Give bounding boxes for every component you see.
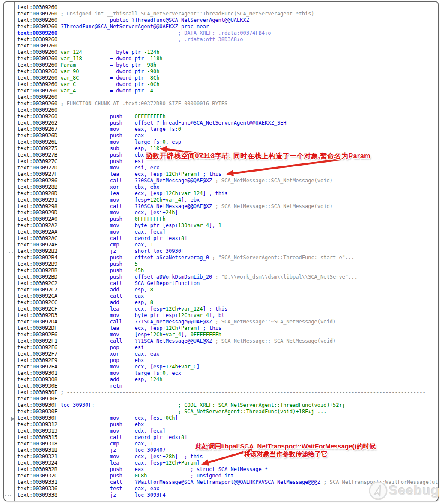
code-segment: push (110, 267, 135, 273)
instruction-dot-icon (14, 192, 14, 195)
instruction-dot-icon (14, 308, 14, 311)
listing-line[interactable]: text:003092AF cmp eax, 1 (17, 242, 438, 248)
code-segment: ], ebx (181, 197, 200, 203)
listing-line[interactable]: text:00309260 (17, 43, 438, 49)
code-segment: text:00309260 (17, 68, 57, 74)
listing-line[interactable]: text:0030929D mov ecx, [esi+24h] (17, 210, 438, 216)
listing-line[interactable]: text:00309260 ; unsigned int __thiscall … (17, 11, 438, 17)
code-segment: 8 (150, 299, 153, 305)
listing-line[interactable]: text:00309260 var_4 = dword ptr -4 (17, 88, 438, 94)
listing-line[interactable]: text:00309260 ; DATA XREF: .rdata:00374F… (17, 30, 438, 36)
listing-line[interactable]: text:00309313 mov edx, [ecx] (17, 428, 438, 434)
listing-line[interactable]: text:00309312 push ebx (17, 421, 438, 428)
code-segment: text:003092D3 (17, 312, 57, 318)
listing-view[interactable]: text:00309260text:00309260 ; unsigned in… (14, 2, 438, 501)
listing-line[interactable]: text:0030927D mov esi, ecx (17, 165, 438, 171)
code-segment (57, 428, 110, 434)
listing-line[interactable]: text:003092AA mov eax, [ecx] (17, 229, 438, 235)
code-segment: ; CODE XREF: SCA_NetServerAgent::ThreadF… (178, 402, 345, 408)
listing-line[interactable]: text:00309262 push offset ?ThreadFunc@SC… (17, 120, 438, 126)
instruction-dot-icon (14, 378, 14, 381)
listing-line[interactable]: text:003092F7 xor eax, eax (17, 351, 438, 357)
listing-line[interactable]: text:00309260 var_C = dword ptr -0Ch (17, 81, 438, 88)
code-segment: 1 (218, 222, 221, 228)
listing-line[interactable]: text:00309260 var_124 = byte ptr -124h (17, 49, 438, 56)
listing-line[interactable]: text:00309260 Param = byte ptr -98h (17, 62, 438, 68)
disassembly-window[interactable]: text:00309260text:00309260 ; unsigned in… (3, 1, 439, 501)
code-segment: text:0030930E (17, 383, 57, 389)
listing-line[interactable]: text:00309260 var_8C = dword ptr -8Ch (17, 75, 438, 81)
code-segment: text:003092CF (17, 306, 57, 312)
listing-line[interactable]: text:00309286 call ??0SCA_NetMessage@@QA… (17, 178, 438, 184)
listing-line[interactable]: text:003092A2 mov byte ptr [esp+130h+var… (17, 222, 438, 229)
listing-line[interactable]: text:0030930E retn (17, 383, 438, 389)
code-segment: text:0030927D (17, 165, 57, 171)
listing-line[interactable]: text:00309260 ; .rdata:off_38D3A8↓o (17, 36, 438, 43)
listing-line[interactable]: text:0030930F loc_30930F: ; CODE XREF: S… (17, 402, 438, 409)
listing-line[interactable]: text:003092C7 add esp, 8 (17, 287, 438, 293)
instruction-dot-icon (14, 256, 14, 259)
listing-line[interactable]: text:0030926E mov large fs:0, esp (17, 139, 438, 145)
listing-line[interactable]: text:003092F6 pop esi (17, 344, 438, 351)
listing-line[interactable]: text:00309315 call dword ptr [edx+8] (17, 434, 438, 441)
listing-line[interactable]: text:003092DA call ??1SCA_NetMessage@@UA… (17, 319, 438, 325)
listing-line[interactable]: text:00309260 ; FUNCTION CHUNK AT .text:… (17, 101, 438, 107)
listing-line[interactable]: text:00309260 var_90 = dword ptr -90h (17, 68, 438, 75)
code-segment: call dword ptr [eax+ (110, 235, 181, 241)
listing-line[interactable]: text:00309301 mov large fs:0, ecx (17, 370, 438, 377)
listing-line[interactable]: text:003092C2 call SCA_GetReportFunction (17, 280, 438, 287)
code-segment: text:00309260 (17, 30, 57, 36)
listing-line[interactable]: text:00309260 push 0FFFFFFFFh (17, 113, 438, 120)
listing-line[interactable]: text:003092AC call dword ptr [eax+8] (17, 235, 438, 242)
listing-line[interactable]: text:003092D3 mov byte ptr [esp+12Ch+var… (17, 312, 438, 319)
listing-line[interactable]: text:00309267 mov eax, large fs:0 (17, 126, 438, 133)
listing-line[interactable]: text:003092E6 mov [esp+12Ch+var_4], 0FFF… (17, 332, 438, 338)
listing-line[interactable]: text:0030930F (17, 396, 438, 402)
listing-line[interactable]: text:00309260 (17, 107, 438, 113)
listing-line[interactable]: text:0030928B xor ebx, ebx (17, 184, 438, 190)
code-segment: text:003092F6 (17, 344, 57, 350)
code-segment: ; DATA XREF: .rdata:00374FB4↓o (178, 30, 271, 36)
code-segment: add esp, (110, 299, 150, 305)
listing-line[interactable]: text:00309308 add esp, 124h (17, 377, 438, 383)
code-segment: -4 (147, 88, 153, 94)
listing-line[interactable]: text:0030928D lea ecx, [esp+12Ch+var_124… (17, 190, 438, 197)
listing-line[interactable]: text:0030930F ; ------------------------… (17, 389, 438, 396)
listing-line[interactable]: text:00309324 lea eax, [esp+12Ch+Param] (17, 460, 438, 466)
code-segment (79, 68, 110, 74)
listing-line[interactable]: text:0030932C push 0C8h ; unsigned int (17, 473, 438, 479)
listing-line[interactable]: text:003092A0 push 0FFFFFFFFh (17, 216, 438, 222)
code-segment: = dword ptr (110, 56, 147, 62)
instruction-dot-icon (14, 115, 14, 118)
listing-line[interactable]: text:003092F9 pop ebx (17, 357, 438, 364)
listing-line[interactable]: text:00309260 var_118 = dword ptr -118h (17, 56, 438, 62)
code-segment: text:00309286 (17, 178, 57, 184)
listing-line[interactable]: text:0030932B push eax ; struct SCA_NetM… (17, 466, 438, 473)
listing-line[interactable]: text:0030930F mov ecx, [esi+0Ch] (17, 415, 438, 421)
listing-line[interactable]: text:00309260 public ?ThreadFunc@SCA_Net… (17, 17, 438, 24)
code-segment (57, 267, 110, 273)
listing-line[interactable]: text:003092CC add esp, 8 (17, 299, 438, 306)
code-segment: text:003092F7 (17, 351, 57, 357)
listing-line[interactable]: text:00309291 mov [esp+12Ch+var_4], ebx (17, 197, 438, 203)
listing-line[interactable]: text:00309260 (17, 94, 438, 101)
listing-line[interactable]: text:003092F1 call ??1SCA_NetMessage@@UA… (17, 338, 438, 344)
listing-line[interactable]: text:00309275 sub esp, 118h (17, 145, 438, 152)
listing-line[interactable]: text:00309260 (17, 4, 438, 11)
listing-line[interactable]: text:0030930F ; SCA_NetServerAgent::Thre… (17, 409, 438, 415)
listing-line[interactable]: text:003092FA mov ecx, [esp+124h+var_C] (17, 364, 438, 370)
listing-line[interactable]: text:003092BD push offset aDWorkDsmDsmLi… (17, 274, 438, 280)
listing-line[interactable]: text:00309298 call ??0SCA_NetMessage@@QA… (17, 203, 438, 210)
listing-line[interactable]: text:003092BB push 45h (17, 267, 438, 274)
listing-line[interactable]: text:0030927F lea ecx, [esp+12Ch+Param] … (17, 171, 438, 178)
listing-line[interactable]: text:003092CA call eax (17, 293, 438, 299)
listing-line[interactable]: text:00309260 ?ThreadFunc@SCA_NetServerA… (17, 24, 438, 30)
code-segment (57, 242, 110, 248)
code-segment: text:0030931B (17, 447, 57, 453)
listing-line[interactable]: text:003092CF lea ecx, [esp+12Ch+var_124… (17, 306, 438, 312)
listing-line[interactable]: text:0030926D push eax (17, 133, 438, 139)
listing-line[interactable]: text:003092DF lea ecx, [esp+12Ch+Param] … (17, 325, 438, 332)
listing-line[interactable]: text:003092B9 push 5 (17, 261, 438, 267)
listing-line[interactable]: text:003092B2 jz short loc_30930F (17, 248, 438, 255)
listing-line[interactable]: text:003092B4 push offset aScaNetservera… (17, 255, 438, 261)
